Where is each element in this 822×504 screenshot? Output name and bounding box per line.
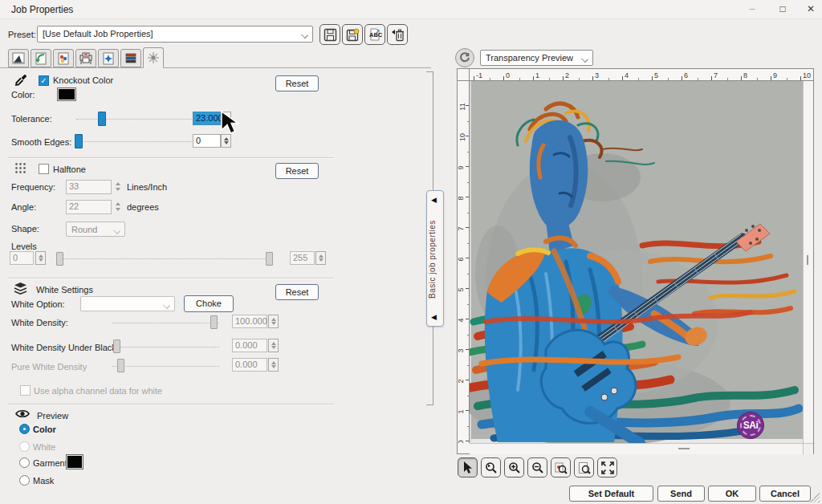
levels-min-handle[interactable] <box>56 252 63 266</box>
preview-color-radio[interactable] <box>19 424 30 434</box>
halftone-checkbox[interactable] <box>39 164 49 174</box>
smooth-edges-slider-handle[interactable] <box>75 134 83 148</box>
zoom-selected-button[interactable] <box>551 457 571 478</box>
levels-max-handle[interactable] <box>266 252 273 266</box>
levels-label: Levels <box>11 242 37 251</box>
preview-garment-radio[interactable] <box>19 457 30 468</box>
rename-preset-button[interactable]: ABC <box>364 24 385 45</box>
under-black-slider[interactable] <box>112 347 219 348</box>
preview-white-radio[interactable] <box>19 441 30 452</box>
tolerance-spinner[interactable] <box>221 112 231 125</box>
pure-white-density-label: Pure White Density <box>11 362 87 372</box>
choke-button[interactable]: Choke <box>184 295 234 312</box>
set-default-button[interactable]: Set Default <box>569 486 653 502</box>
chevron-down-icon <box>581 55 588 63</box>
tab-workflow[interactable] <box>31 49 51 67</box>
tab-layout[interactable] <box>8 49 29 67</box>
pure-white-spinner[interactable] <box>268 358 279 372</box>
smooth-edges-slider[interactable] <box>76 141 203 142</box>
knockout-color-swatch[interactable] <box>57 87 76 101</box>
knockout-color-checkbox[interactable]: ✓ <box>39 75 49 86</box>
halftone-label: Halftone <box>53 165 86 174</box>
preview-mode-value: Transparency Preview <box>486 53 573 63</box>
horizontal-scrollbar[interactable] <box>470 443 803 454</box>
zoom-out-button[interactable] <box>527 457 547 478</box>
collapse-left-icon[interactable]: ◀ <box>431 313 437 321</box>
white-density-handle[interactable] <box>210 315 218 329</box>
frequency-spinner[interactable] <box>113 180 124 193</box>
preview-section-label: Preview <box>37 411 68 421</box>
levels-max-spinner[interactable] <box>315 251 326 265</box>
white-density-input[interactable]: 100.000 <box>232 315 267 328</box>
white-density-slider[interactable] <box>112 323 219 323</box>
tolerance-input[interactable]: 23.000 <box>193 112 221 125</box>
cancel-button[interactable]: Cancel <box>759 486 811 502</box>
ok-button[interactable]: OK <box>708 486 756 502</box>
shape-dropdown[interactable]: Round <box>66 222 125 237</box>
preview-mode-button[interactable] <box>455 48 474 67</box>
levels-max-input[interactable]: 255 <box>290 251 315 265</box>
angle-unit: degrees <box>127 202 159 212</box>
minimize-button[interactable]: – <box>739 0 766 18</box>
select-tool-button[interactable] <box>458 457 478 478</box>
pure-white-input[interactable]: 0.000 <box>232 358 267 372</box>
shape-label: Shape: <box>11 224 39 234</box>
fit-window-button[interactable] <box>597 457 617 478</box>
maximize-button[interactable]: □ <box>769 0 796 18</box>
angle-input[interactable]: 22 <box>66 200 112 214</box>
tab-color-management[interactable] <box>53 49 74 67</box>
halftone-reset-button[interactable]: Reset <box>275 163 319 179</box>
smooth-edges-spinner[interactable] <box>221 134 231 148</box>
white-option-dropdown[interactable] <box>80 296 175 311</box>
resize-grip[interactable] <box>810 493 820 502</box>
save-preset-as-button[interactable] <box>342 24 363 45</box>
preview-color-label: Color <box>33 425 56 434</box>
levels-min-spinner[interactable] <box>35 251 46 265</box>
alpha-channel-checkbox[interactable] <box>20 385 31 396</box>
smooth-edges-label: Smooth Edges: <box>11 137 71 147</box>
garment-color-swatch[interactable] <box>66 454 83 469</box>
tab-separations[interactable] <box>120 49 141 67</box>
preview-mode-dropdown[interactable]: Transparency Preview <box>480 50 593 66</box>
white-density-spinner[interactable] <box>268 315 279 328</box>
white-density-label: White Density: <box>11 318 68 327</box>
tab-knockout-active[interactable] <box>143 47 164 68</box>
preview-canvas[interactable] <box>470 81 803 443</box>
sai-logo-text: SAi <box>743 420 759 431</box>
zoom-in-button[interactable] <box>504 457 524 478</box>
levels-range-slider[interactable] <box>56 258 271 259</box>
chevron-down-icon <box>113 227 120 234</box>
under-black-spinner[interactable] <box>268 339 279 352</box>
horizontal-scrollbar-thumb[interactable] <box>678 448 690 449</box>
smooth-edges-input[interactable]: 0 <box>193 134 221 148</box>
send-button[interactable]: Send <box>657 486 705 502</box>
tolerance-slider[interactable] <box>76 119 203 120</box>
tolerance-slider-handle[interactable] <box>98 112 106 126</box>
chevron-down-icon <box>301 31 308 39</box>
vertical-scrollbar-thumb[interactable] <box>807 255 808 265</box>
close-button[interactable]: ✕ <box>797 0 822 18</box>
frequency-input[interactable]: 33 <box>66 180 112 194</box>
ruler-corner <box>458 69 470 81</box>
save-preset-button[interactable] <box>319 24 340 45</box>
knockout-reset-button[interactable]: Reset <box>275 75 319 91</box>
preview-white-label: White <box>33 442 55 452</box>
basic-job-properties-tab[interactable]: ◀ Basic job properties ◀ <box>426 190 444 327</box>
delete-preset-button[interactable] <box>387 24 408 45</box>
levels-min-input[interactable]: 0 <box>10 251 34 265</box>
collapse-left-icon[interactable]: ◀ <box>431 196 437 204</box>
tab-printer[interactable] <box>75 49 96 67</box>
tab-baseline <box>0 67 431 68</box>
pan-zoom-button[interactable] <box>481 457 501 478</box>
tab-printer-options[interactable] <box>98 49 119 67</box>
artwork-guitarist <box>470 81 803 443</box>
white-reset-button[interactable]: Reset <box>275 284 319 300</box>
workflow-tab-icon <box>34 51 48 66</box>
preview-mask-label: Mask <box>33 476 54 486</box>
angle-spinner[interactable] <box>113 200 124 213</box>
preset-combobox[interactable]: [Use Default Job Properties] <box>37 26 313 43</box>
under-black-input[interactable]: 0.000 <box>232 339 267 352</box>
zoom-page-button[interactable] <box>574 457 594 478</box>
under-black-handle[interactable] <box>113 339 120 353</box>
preview-mask-radio[interactable] <box>19 475 30 486</box>
